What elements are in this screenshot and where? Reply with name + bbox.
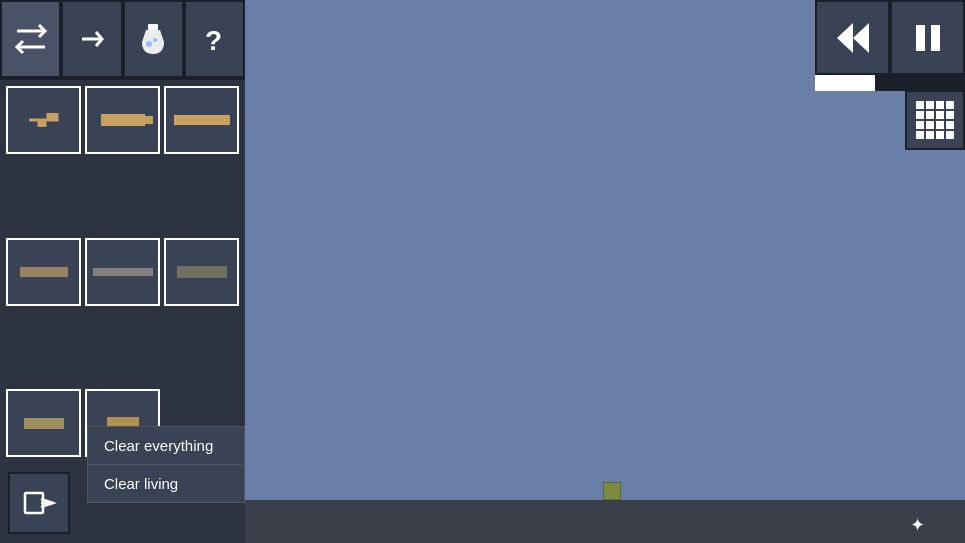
weapon-slot-3[interactable]: [164, 86, 239, 154]
svg-marker-8: [837, 23, 853, 53]
top-toolbar: ?: [0, 0, 245, 80]
svg-rect-11: [931, 25, 940, 51]
swap-icon: [13, 21, 49, 57]
pause-icon: [910, 20, 946, 56]
weapon-slot-2[interactable]: [85, 86, 160, 154]
rewind-button-top[interactable]: [815, 0, 890, 75]
svg-point-1: [146, 41, 152, 47]
weapon-icon-shotgun: [20, 267, 68, 277]
svg-rect-10: [916, 25, 925, 51]
svg-text:?: ?: [205, 25, 222, 56]
grid-toggle-button[interactable]: [905, 90, 965, 150]
grid-icon: [916, 101, 954, 139]
weapon-slot-4[interactable]: [6, 238, 81, 306]
rewind-double-icon: [833, 20, 873, 56]
context-menu: Clear everything Clear living: [87, 426, 245, 503]
weapon-icon-pistol: [29, 113, 59, 127]
weapon-icon-rifle: [174, 115, 230, 125]
svg-rect-0: [148, 24, 158, 30]
playback-controls: [815, 0, 965, 75]
player-character: [603, 482, 621, 500]
weapon-slot-6[interactable]: [164, 238, 239, 306]
arrow-icon: [78, 25, 106, 53]
progress-bar-fill: [815, 75, 875, 91]
ground-bar: [245, 500, 965, 543]
progress-bar-container[interactable]: [815, 75, 965, 91]
potion-button[interactable]: [123, 0, 184, 78]
pause-button[interactable]: [890, 0, 965, 75]
exit-icon: [21, 485, 57, 521]
clear-everything-button[interactable]: Clear everything: [88, 427, 244, 465]
clear-living-button[interactable]: Clear living: [88, 465, 244, 502]
small-character-indicator: ✦: [907, 515, 927, 535]
weapon-slot-7[interactable]: [6, 389, 81, 457]
weapon-icon-lmg: [177, 266, 227, 278]
weapon-icon-smg: [101, 114, 145, 126]
svg-point-2: [153, 38, 157, 42]
weapon-icon-sniper: [93, 268, 153, 276]
weapon-slot-5[interactable]: [85, 238, 160, 306]
arrow-button[interactable]: [61, 0, 122, 78]
exit-button[interactable]: [8, 472, 70, 534]
top-right-controls: [815, 0, 965, 91]
svg-rect-4: [25, 493, 43, 513]
help-button[interactable]: ?: [184, 0, 245, 78]
help-icon: ?: [199, 22, 229, 56]
weapon-slot-1[interactable]: [6, 86, 81, 154]
potion-icon: [138, 22, 168, 56]
swap-button[interactable]: [0, 0, 61, 78]
svg-marker-9: [853, 23, 869, 53]
weapon-icon-smg2: [24, 418, 64, 429]
